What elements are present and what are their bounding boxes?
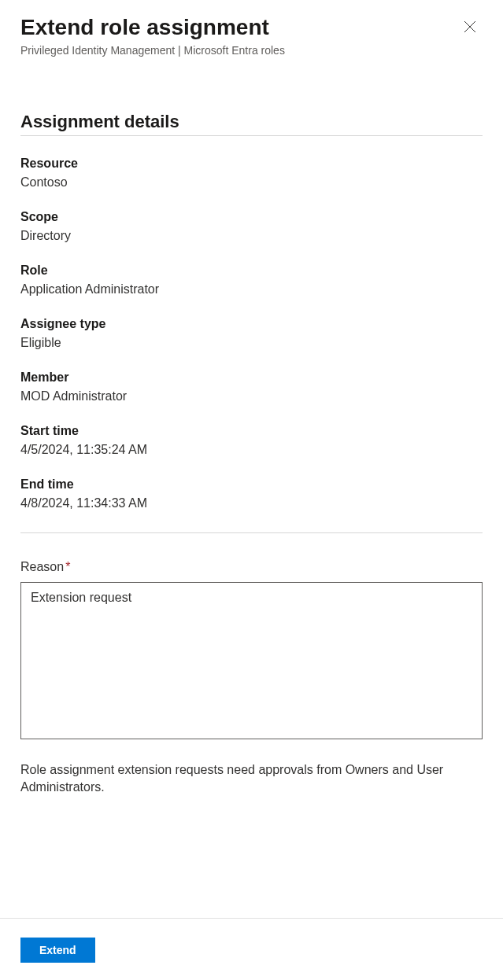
field-label-assignee-type: Assignee type: [20, 317, 483, 331]
close-button[interactable]: [457, 14, 483, 39]
field-value-member: MOD Administrator: [20, 389, 483, 403]
field-role: Role Application Administrator: [20, 263, 483, 297]
reason-textarea[interactable]: [20, 582, 483, 739]
reason-label: Reason: [20, 560, 64, 573]
field-value-resource: Contoso: [20, 175, 483, 190]
footer-bar: Extend: [0, 918, 503, 980]
breadcrumb: Privileged Identity Management | Microso…: [20, 44, 483, 57]
section-heading-assignment-details: Assignment details: [20, 112, 483, 136]
field-label-scope: Scope: [20, 210, 483, 224]
field-value-assignee-type: Eligible: [20, 336, 483, 350]
reason-label-row: Reason*: [20, 560, 483, 574]
field-start-time: Start time 4/5/2024, 11:35:24 AM: [20, 424, 483, 457]
required-indicator: *: [65, 560, 70, 573]
field-label-member: Member: [20, 370, 483, 385]
page-title: Extend role assignment: [20, 14, 269, 41]
field-member: Member MOD Administrator: [20, 370, 483, 403]
field-label-start-time: Start time: [20, 424, 483, 438]
field-scope: Scope Directory: [20, 210, 483, 243]
field-value-scope: Directory: [20, 229, 483, 243]
field-value-end-time: 4/8/2024, 11:34:33 AM: [20, 496, 483, 510]
field-resource: Resource Contoso: [20, 157, 483, 190]
field-label-role: Role: [20, 263, 483, 278]
info-text: Role assignment extension requests need …: [20, 761, 483, 797]
field-end-time: End time 4/8/2024, 11:34:33 AM: [20, 477, 483, 510]
extend-button[interactable]: Extend: [20, 938, 95, 963]
divider: [20, 532, 483, 533]
field-label-resource: Resource: [20, 157, 483, 171]
field-label-end-time: End time: [20, 477, 483, 492]
close-icon: [464, 20, 476, 33]
field-value-role: Application Administrator: [20, 282, 483, 297]
field-assignee-type: Assignee type Eligible: [20, 317, 483, 350]
field-value-start-time: 4/5/2024, 11:35:24 AM: [20, 443, 483, 457]
